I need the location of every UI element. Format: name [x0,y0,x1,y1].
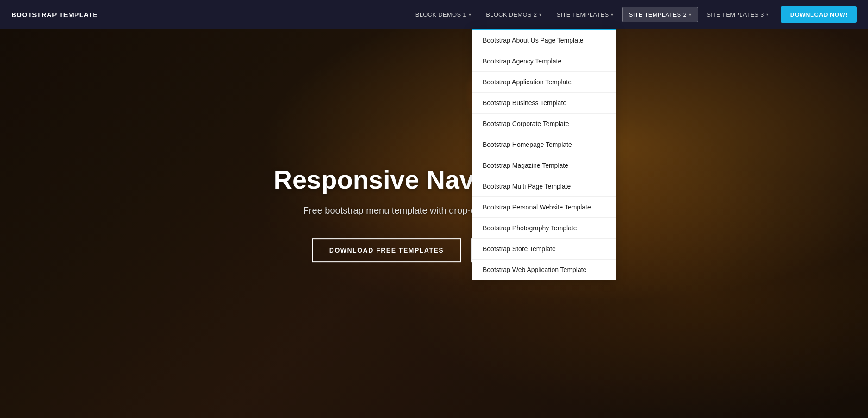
download-free-templates-button[interactable]: DOWNLOAD FREE TEMPLATES [312,238,461,262]
dropdown-item-business[interactable]: Bootstrap Business Template [472,93,616,114]
nav-site-templates-2[interactable]: SITE TEMPLATES 2 ▾ [622,7,698,22]
chevron-down-icon: ▾ [611,12,613,17]
chevron-down-icon: ▾ [469,12,471,17]
nav-site-templates-3[interactable]: SITE TEMPLATES 3 ▾ [700,7,775,22]
brand-logo[interactable]: BOOTSTRAP TEMPLATE [11,11,98,19]
navbar: BOOTSTRAP TEMPLATE BLOCK DEMOS 1 ▾ BLOCK… [0,0,868,29]
dropdown-item-web-application[interactable]: Bootstrap Web Application Template [472,260,616,280]
dropdown-item-agency[interactable]: Bootstrap Agency Template [472,51,616,72]
download-now-button[interactable]: DOWNLOAD NOW! [781,6,857,23]
dropdown-item-corporate[interactable]: Bootstrap Corporate Template [472,114,616,134]
dropdown-item-homepage[interactable]: Bootstrap Homepage Template [472,134,616,155]
dropdown-item-photography[interactable]: Bootstrap Photography Template [472,218,616,239]
chevron-down-icon: ▾ [766,12,768,17]
dropdown-item-magazine[interactable]: Bootstrap Magazine Template [472,155,616,176]
nav-block-demos-1[interactable]: BLOCK DEMOS 1 ▾ [409,7,478,22]
dropdown-item-multipage[interactable]: Bootstrap Multi Page Template [472,176,616,197]
dropdown-item-store[interactable]: Bootstrap Store Template [472,239,616,260]
chevron-down-icon: ▾ [539,12,541,17]
chevron-down-icon: ▾ [689,12,691,17]
dropdown-item-about-us[interactable]: Bootstrap About Us Page Template [472,30,616,51]
nav-block-demos-2[interactable]: BLOCK DEMOS 2 ▾ [479,7,548,22]
nav-site-templates[interactable]: SITE TEMPLATES ▾ [550,7,620,22]
nav-items: BLOCK DEMOS 1 ▾ BLOCK DEMOS 2 ▾ SITE TEM… [409,6,857,23]
dropdown-item-personal-website[interactable]: Bootstrap Personal Website Template [472,197,616,218]
site-templates-2-dropdown: Bootstrap About Us Page Template Bootstr… [472,29,616,280]
dropdown-item-application[interactable]: Bootstrap Application Template [472,72,616,93]
